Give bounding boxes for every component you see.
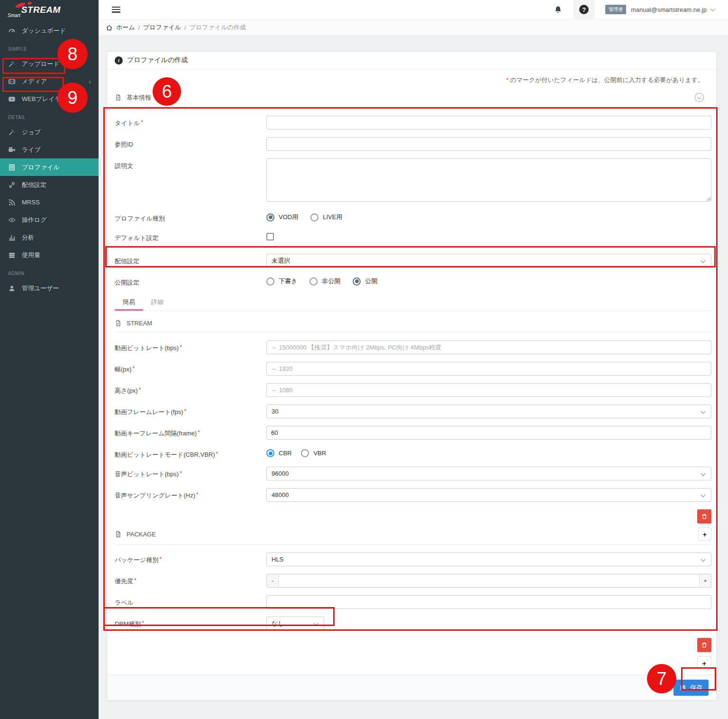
main-content: i プロファイルの作成 *のマークが付いたフィールドは、公開前に入力する必要があ… <box>99 36 728 719</box>
field-label: 説明文 <box>115 158 266 170</box>
delete-package-button[interactable] <box>697 638 711 652</box>
chevron-right-icon: › <box>89 77 91 85</box>
sidebar-item-dashboard[interactable]: ダッシュボード <box>0 22 99 39</box>
tab-simple[interactable]: 簡易 <box>115 295 143 311</box>
field-row-delivery: 配信設定 未選択 <box>115 254 716 267</box>
field-row-ref-id: 参照ID <box>115 137 716 151</box>
field-label: DRM種別* <box>115 617 266 628</box>
required-note: *のマークが付いたフィールドは、公開前に入力する必要があります。 <box>115 76 704 84</box>
sidebar-item-operation-log[interactable]: 操作ログ <box>0 211 99 229</box>
audio-bitrate-select[interactable]: 96000 <box>266 467 711 480</box>
audio-sampling-select[interactable]: 48000 <box>266 488 711 502</box>
add-stream-button[interactable]: + <box>697 656 711 670</box>
field-row-keyframe: 動画キーフレーム間隔(frame)* <box>115 426 716 440</box>
label-input[interactable] <box>266 595 711 609</box>
increment-button[interactable]: + <box>699 574 711 587</box>
priority-input[interactable] <box>279 574 699 587</box>
field-label: 動画キーフレーム間隔(frame)* <box>115 426 266 438</box>
sidebar-item-profile[interactable]: プロファイル <box>0 158 99 176</box>
film-icon <box>8 78 16 85</box>
sidebar-section-admin: ADMIN <box>0 264 99 279</box>
ref-id-input[interactable] <box>266 137 711 151</box>
field-row-description: 説明文 <box>115 158 716 203</box>
top-header: ? 管理者 manual@smartstream.ne.jp <box>99 0 728 19</box>
sidebar-item-analytics[interactable]: 分析 <box>0 229 99 246</box>
radio-icon <box>309 277 318 286</box>
sidebar-item-label: 分析 <box>22 233 34 242</box>
keyframe-input[interactable] <box>266 426 711 440</box>
help-icon: ? <box>579 5 589 14</box>
title-input[interactable] <box>266 116 711 129</box>
radio-icon <box>266 277 274 286</box>
radio-draft[interactable]: 下書き <box>266 277 297 286</box>
chevron-down-icon <box>710 7 715 11</box>
width-input[interactable] <box>266 362 711 376</box>
framerate-select[interactable]: 30 <box>266 405 711 418</box>
radio-vod[interactable]: VOD用 <box>266 213 298 221</box>
radio-private[interactable]: 非公開 <box>309 277 340 286</box>
collapse-chevron-icon[interactable] <box>695 93 704 102</box>
help-button[interactable]: ? <box>573 0 595 19</box>
save-button[interactable]: 保存 <box>673 680 709 696</box>
delivery-setting-select[interactable]: 未選択 <box>266 254 711 267</box>
package-type-select[interactable]: HLS <box>266 553 711 566</box>
save-button-label: 保存 <box>690 683 702 692</box>
page-title: プロファイルの作成 <box>127 56 188 65</box>
notifications-bell-icon[interactable] <box>554 5 563 14</box>
user-menu[interactable]: manual@smartstream.ne.jp <box>631 6 714 13</box>
info-icon: i <box>115 56 123 65</box>
description-textarea[interactable] <box>266 158 711 202</box>
field-row-height: 高さ(px)* <box>115 383 716 397</box>
drm-type-select[interactable]: なし <box>266 617 324 630</box>
breadcrumb: ホーム / プロファイル / プロファイルの作成 <box>99 19 728 36</box>
document-icon <box>115 94 122 101</box>
sidebar-item-usage[interactable]: 使用量 <box>0 246 99 264</box>
field-label: 動画ビットレート(bps)* <box>115 341 266 352</box>
radio-live[interactable]: LIVE用 <box>310 213 342 221</box>
sidebar-item-webplayer[interactable]: WEBプレイヤー <box>0 90 99 108</box>
role-badge: 管理者 <box>605 5 626 14</box>
delete-stream-button[interactable] <box>697 509 711 524</box>
default-checkbox[interactable] <box>266 233 274 240</box>
sidebar-item-label: 管理ユーザー <box>22 284 59 293</box>
field-row-audio-sampling: 音声サンプリングレート(Hz)* 48000 <box>115 488 716 502</box>
sidebar-item-live[interactable]: ライブ <box>0 141 99 158</box>
breadcrumb-home[interactable]: ホーム <box>116 23 135 32</box>
sidebar-item-label: 操作ログ <box>22 216 47 224</box>
add-package-button[interactable]: + <box>698 527 711 541</box>
priority-stepper: - + <box>266 574 711 588</box>
sidebar-item-label: ダッシュボード <box>22 27 66 35</box>
sidebar-item-media[interactable]: メディア › <box>0 73 99 90</box>
sidebar-item-upload[interactable]: アップロード <box>0 55 99 73</box>
radio-icon <box>301 449 309 457</box>
profile-create-card: i プロファイルの作成 *のマークが付いたフィールドは、公開前に入力する必要があ… <box>107 51 717 701</box>
radio-public[interactable]: 公開 <box>353 277 377 286</box>
sidebar-item-mrss[interactable]: MRSS <box>0 194 99 211</box>
sidebar-item-label: ジョブ <box>22 128 41 137</box>
tab-detail[interactable]: 詳細 <box>143 295 172 311</box>
radio-cbr[interactable]: CBR <box>266 449 291 457</box>
document-icon <box>115 320 122 327</box>
layers-icon <box>8 251 16 259</box>
sidebar: Smart STREAM ダッシュボード SIMPLE アップロード メディア … <box>0 0 99 719</box>
breadcrumb-current: プロファイルの作成 <box>190 23 246 32</box>
hamburger-menu-icon[interactable] <box>112 7 120 13</box>
sidebar-item-admin-users[interactable]: 管理ユーザー <box>0 279 99 297</box>
section-title: PACKAGE <box>127 531 156 538</box>
decrement-button[interactable]: - <box>267 574 279 587</box>
radio-vbr[interactable]: VBR <box>301 449 326 457</box>
document-icon <box>115 531 122 538</box>
section-package: PACKAGE + <box>115 527 711 545</box>
field-label: 配信設定 <box>115 254 266 266</box>
sidebar-item-job[interactable]: ジョブ <box>0 123 99 141</box>
sidebar-item-delivery-settings[interactable]: 配信設定 <box>0 176 99 194</box>
wand-icon <box>8 129 16 136</box>
sidebar-item-label: ライブ <box>22 146 41 154</box>
video-bitrate-input[interactable] <box>266 341 711 354</box>
field-label: 動画ビットレートモード(CBR,VBR)* <box>115 447 266 459</box>
floppy-icon <box>680 684 686 691</box>
brand-logo[interactable]: Smart STREAM <box>0 0 99 20</box>
breadcrumb-profile[interactable]: プロファイル <box>143 23 181 32</box>
height-input[interactable] <box>266 383 711 397</box>
sidebar-item-label: 使用量 <box>22 251 40 259</box>
